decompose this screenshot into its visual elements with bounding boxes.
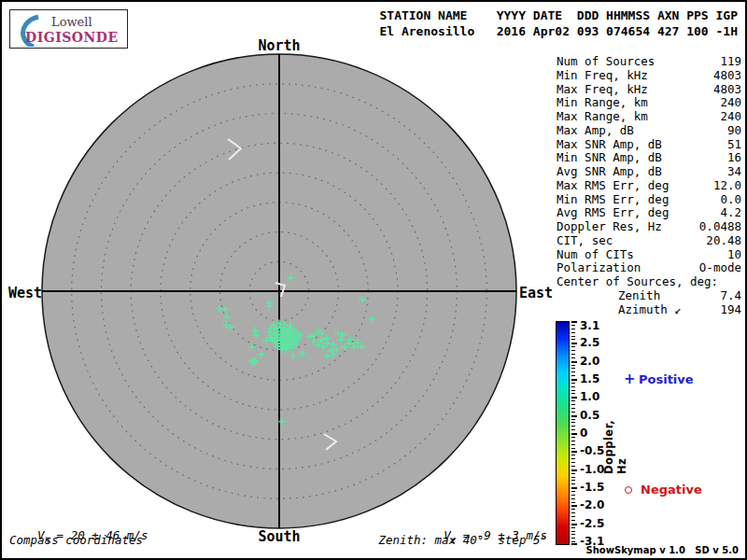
stats-row: Center of Sources, deg: (557, 275, 741, 289)
colorbar-minor-tick (571, 473, 575, 474)
stats-value: 194 (720, 303, 741, 317)
stats-label: Avg SNR Amp, dB (557, 165, 662, 179)
stats-row: Avg RMS Err, deg4.2 (557, 206, 741, 220)
stats-label: Num of Sources (557, 55, 655, 69)
colorbar-minor-tick (571, 422, 575, 423)
colorbar-minor-tick (571, 365, 575, 366)
colorbar-major-tick (571, 379, 577, 381)
colorbar-tick-label: 1.0 (580, 390, 599, 403)
colorbar-tick-label: -2.5 (580, 517, 604, 530)
colorbar-minor-tick (571, 354, 575, 355)
colorbar-tick-label: -2.0 (580, 498, 604, 511)
stats-row: Azimuth ↙194 (557, 303, 741, 317)
stats-label: Min SNR Amp, dB (557, 151, 662, 165)
stats-value: 20.48 (706, 234, 741, 248)
stats-row: Avg SNR Amp, dB34 (557, 165, 741, 179)
stats-value: O-mode (699, 261, 741, 275)
stats-value: 4803 (713, 83, 741, 97)
stats-label: Min RMS Err, deg (557, 193, 669, 207)
colorbar-minor-tick (571, 336, 575, 337)
stats-value: 240 (720, 110, 741, 124)
colorbar-minor-tick (571, 477, 575, 478)
colorbar-minor-tick (571, 419, 575, 420)
colorbar-minor-tick (571, 368, 575, 369)
colorbar-minor-tick (571, 520, 575, 521)
colorbar-minor-tick (571, 437, 575, 438)
stats-row: Zenith7.4 (557, 289, 741, 303)
colorbar-tick-label: 3.1 (580, 319, 599, 332)
colorbar-tick-label: 2.0 (580, 355, 599, 368)
stats-row: Min RMS Err, deg0.0 (557, 193, 741, 207)
colorbar-minor-tick (571, 516, 575, 517)
stats-value: 0.0488 (699, 220, 741, 234)
colorbar-minor-tick (571, 390, 575, 391)
stats-value: 7.4 (720, 289, 741, 303)
circle-marker-icon (625, 486, 632, 494)
colorbar-minor-tick (571, 408, 575, 409)
stats-value: 10 (727, 248, 741, 262)
colorbar-minor-tick (571, 531, 575, 532)
stats-label: Azimuth ↙ (618, 303, 682, 317)
stats-label: Polarization (557, 261, 641, 275)
colorbar-major-tick (571, 543, 577, 545)
colorbar-minor-tick (571, 441, 575, 441)
stats-value: 4803 (713, 69, 741, 83)
stats-value: 90 (727, 124, 741, 138)
colorbar-minor-tick (571, 412, 575, 413)
colorbar-minor-tick (571, 325, 575, 326)
stats-label: Doppler Res, Hz (557, 220, 662, 234)
compass-label-south: South (258, 528, 300, 545)
colorbar-tick-label: 0.5 (580, 409, 599, 422)
colorbar-major-tick (571, 397, 577, 399)
stats-row: Max SNR Amp, dB51 (557, 138, 741, 152)
colorbar-minor-tick (571, 386, 575, 387)
showskymap-window: Lowell DIGISONDE STATION NAME YYYY DATE … (0, 0, 747, 560)
colorbar-major-tick (571, 505, 577, 507)
stats-label: Max SNR Amp, dB (557, 138, 662, 152)
stats-label: Max Freq, kHz (557, 83, 648, 97)
colorbar-minor-tick (571, 350, 575, 351)
stats-row: Max Range, km240 (557, 110, 741, 124)
colorbar-minor-tick (571, 491, 575, 492)
colorbar-tick-label: -1.0 (580, 463, 604, 476)
colorbar-minor-tick (571, 483, 575, 484)
legend-positive-label: Positive (639, 372, 694, 386)
statistics-panel: Num of Sources119Min Freq, kHz4803Max Fr… (557, 55, 741, 316)
colorbar-minor-tick (571, 329, 575, 329)
stats-value: 12.0 (713, 179, 741, 193)
stats-value: 119 (720, 55, 741, 69)
colorbar-minor-tick (571, 462, 575, 463)
compass-label-west: West (8, 285, 42, 301)
colorbar-major-tick (571, 361, 577, 363)
colorbar-tick-label: -1.5 (580, 481, 604, 494)
colorbar-minor-tick (571, 339, 575, 340)
colorbar-tick-label: -0.5 (580, 444, 604, 457)
compass-label-north: North (258, 37, 300, 54)
stats-value: 16 (727, 151, 741, 165)
colorbar-minor-tick (571, 541, 575, 542)
colorbar-tick-label: 2.5 (580, 336, 599, 349)
colorbar-minor-tick (571, 538, 575, 539)
colorbar-minor-tick (571, 512, 575, 513)
plus-marker-icon: + (624, 371, 639, 387)
compass-label-east: East (519, 285, 553, 301)
colorbar-minor-tick (571, 404, 575, 405)
colorbar-minor-tick (571, 509, 575, 510)
colorbar-minor-tick (571, 429, 575, 430)
stats-row: PolarizationO-mode (557, 261, 741, 275)
stats-label: Zenith (618, 289, 660, 303)
stats-row: Min Range, km240 (557, 96, 741, 110)
stats-row: Num of Sources119 (557, 55, 741, 69)
colorbar-minor-tick (571, 455, 575, 455)
legend-negative: Negative (624, 483, 702, 497)
colorbar-minor-tick (571, 426, 575, 427)
stats-row: Max Freq, kHz4803 (557, 83, 741, 97)
stats-row: Min Freq, kHz4803 (557, 69, 741, 83)
colorbar-major-tick (571, 321, 577, 323)
colorbar-minor-tick (571, 448, 575, 449)
colorbar-minor-tick (571, 400, 575, 401)
stats-label: Max RMS Err, deg (557, 179, 669, 193)
colorbar-major-tick (571, 415, 577, 417)
colorbar-minor-tick (571, 393, 575, 394)
stats-label: CIT, sec (557, 234, 613, 248)
